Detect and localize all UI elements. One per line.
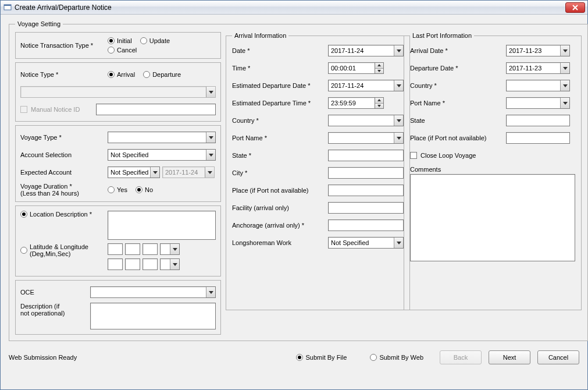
lp-place-label: Place (if Port not available) bbox=[410, 134, 506, 141]
lp-place-input[interactable] bbox=[506, 132, 570, 144]
close-button[interactable] bbox=[565, 2, 585, 13]
oce-select[interactable] bbox=[90, 286, 216, 298]
est-dep-time-spinner[interactable]: 23:59:59 bbox=[328, 97, 384, 109]
lp-country-label: Country * bbox=[410, 82, 506, 89]
cancel-button[interactable]: Cancel bbox=[537, 350, 579, 364]
radio-latlon[interactable]: Latitude & Longitude (Deg,Min,Sec) bbox=[20, 243, 108, 257]
lon-dir[interactable] bbox=[160, 258, 180, 270]
expected-account-label: Expected Account bbox=[20, 169, 108, 176]
radio-submit-file[interactable]: Submit By File bbox=[296, 354, 347, 361]
spin-up-icon[interactable] bbox=[375, 98, 383, 104]
chevron-down-icon bbox=[206, 287, 215, 297]
arrival-time-spinner[interactable]: 00:00:01 bbox=[328, 62, 384, 74]
chevron-down-icon bbox=[394, 115, 403, 126]
button-row: Back Next Cancel bbox=[440, 350, 579, 364]
last-port-legend: Last Port Information bbox=[410, 32, 474, 39]
notice-trans-box: Notice Transaction Type * Initial Update… bbox=[15, 32, 221, 59]
chevron-down-icon bbox=[206, 132, 215, 143]
arrival-city-input[interactable] bbox=[328, 167, 404, 179]
spin-down-icon[interactable] bbox=[375, 69, 383, 74]
chevron-down-icon bbox=[560, 98, 569, 108]
arrival-place-input[interactable] bbox=[328, 185, 404, 196]
expected-account-date: 2017-11-24 bbox=[162, 166, 215, 178]
arrival-anchorage-input[interactable] bbox=[328, 219, 404, 231]
lp-arrival-date-select[interactable]: 2017-11-23 bbox=[506, 45, 570, 56]
lat-min[interactable] bbox=[125, 243, 140, 255]
lp-departure-date-label: Departure Date * bbox=[410, 65, 506, 72]
voyage-type-label: Voyage Type * bbox=[20, 134, 108, 141]
chevron-down-icon bbox=[560, 45, 569, 56]
chevron-down-icon bbox=[206, 87, 215, 97]
desc-not-operational-input[interactable] bbox=[90, 303, 216, 329]
radio-initial[interactable]: Initial bbox=[108, 37, 132, 44]
back-button: Back bbox=[440, 350, 482, 364]
lat-deg[interactable] bbox=[108, 243, 123, 255]
arrival-facility-label: Facility (arrival only) bbox=[232, 204, 328, 211]
lat-sec[interactable] bbox=[142, 243, 158, 255]
lp-country-select[interactable] bbox=[506, 80, 570, 91]
notice-type-select[interactable] bbox=[20, 86, 216, 98]
last-port-group: Last Port Information Arrival Date * 201… bbox=[404, 32, 582, 310]
lat-dir[interactable] bbox=[160, 243, 180, 255]
est-dep-date-label: Estimated Departure Date * bbox=[232, 82, 328, 89]
last-port-column: Last Port Information Arrival Date * 201… bbox=[404, 32, 582, 335]
arrival-country-label: Country * bbox=[232, 117, 328, 124]
longshoreman-select[interactable]: Not Specified bbox=[328, 237, 404, 249]
expected-account-select[interactable]: Not Specified bbox=[108, 166, 160, 178]
radio-duration-yes[interactable]: Yes bbox=[108, 186, 127, 193]
oce-label: OCE bbox=[20, 289, 90, 296]
arrival-info-legend: Arrival Information bbox=[232, 32, 288, 39]
radio-update[interactable]: Update bbox=[140, 37, 170, 44]
arrival-state-label: State * bbox=[232, 152, 328, 159]
location-description-input[interactable] bbox=[108, 211, 216, 240]
arrival-country-select[interactable] bbox=[328, 115, 404, 126]
lon-deg[interactable] bbox=[108, 258, 123, 270]
account-selection-select[interactable]: Not Specified bbox=[108, 149, 216, 161]
lp-state-input[interactable] bbox=[506, 115, 570, 126]
arrival-city-label: City * bbox=[232, 169, 328, 176]
chevron-down-icon bbox=[394, 45, 403, 56]
arrival-state-input[interactable] bbox=[328, 150, 404, 161]
svg-rect-1 bbox=[4, 5, 11, 6]
arrival-facility-input[interactable] bbox=[328, 202, 404, 214]
radio-departure[interactable]: Departure bbox=[143, 71, 181, 78]
spin-down-icon[interactable] bbox=[375, 104, 383, 109]
close-loop-label: Close Loop Voyage bbox=[420, 152, 476, 159]
content-area: Voyage Setting Notice Transaction Type *… bbox=[1, 15, 587, 389]
lp-port-select[interactable] bbox=[506, 97, 570, 109]
arrival-time-label: Time * bbox=[232, 65, 328, 72]
manual-notice-id-input[interactable] bbox=[96, 104, 216, 115]
lon-sec[interactable] bbox=[142, 258, 158, 270]
voyage-type-select[interactable] bbox=[108, 132, 216, 143]
radio-duration-no[interactable]: No bbox=[136, 186, 153, 193]
arrival-column: Arrival Information Date * 2017-11-24 Ti… bbox=[226, 32, 399, 335]
next-button[interactable]: Next bbox=[489, 350, 530, 364]
comments-input[interactable] bbox=[410, 174, 575, 261]
radio-location-description[interactable]: Location Description * bbox=[20, 211, 108, 218]
lp-state-label: State bbox=[410, 117, 506, 124]
close-loop-checkbox[interactable] bbox=[410, 152, 417, 159]
radio-submit-web[interactable]: Submit By Web bbox=[370, 354, 423, 361]
radio-cancel[interactable]: Cancel bbox=[108, 47, 137, 54]
arrival-anchorage-label: Anchorage (arrival only) * bbox=[232, 222, 328, 229]
est-dep-date-select[interactable]: 2017-11-24 bbox=[328, 80, 404, 91]
arrival-info-group: Arrival Information Date * 2017-11-24 Ti… bbox=[226, 32, 410, 310]
chevron-down-icon bbox=[206, 150, 215, 160]
bottom-bar: Web Submission Ready Submit By File Subm… bbox=[9, 347, 579, 364]
spin-up-icon[interactable] bbox=[375, 63, 383, 69]
radio-arrival[interactable]: Arrival bbox=[108, 71, 135, 78]
lon-min[interactable] bbox=[125, 258, 140, 270]
arrival-date-select[interactable]: 2017-11-24 bbox=[328, 45, 404, 56]
chevron-down-icon bbox=[394, 80, 403, 91]
manual-notice-id-label: Manual Notice ID bbox=[31, 106, 96, 113]
chevron-down-icon bbox=[394, 133, 403, 143]
manual-notice-id-checkbox bbox=[20, 106, 27, 113]
lp-arrival-date-label: Arrival Date * bbox=[410, 47, 506, 54]
latlon-grid bbox=[108, 243, 180, 271]
comments-label: Comments bbox=[410, 166, 575, 173]
chevron-down-icon bbox=[560, 63, 569, 73]
chevron-down-icon bbox=[170, 259, 179, 270]
notice-trans-type-label: Notice Transaction Type * bbox=[20, 42, 108, 49]
arrival-port-select[interactable] bbox=[328, 132, 404, 144]
lp-departure-date-select[interactable]: 2017-11-23 bbox=[506, 62, 570, 74]
